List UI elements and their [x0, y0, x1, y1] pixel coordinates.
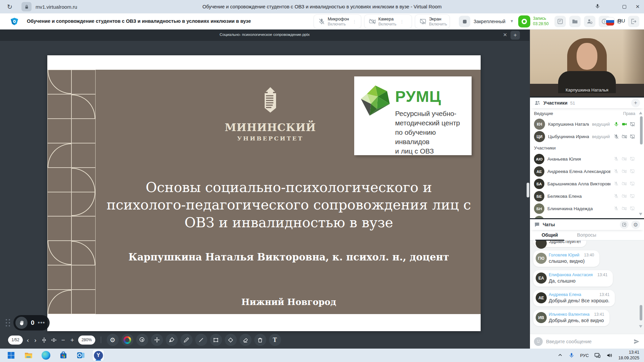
screen-off-icon[interactable]: [630, 193, 635, 199]
mic-off-icon[interactable]: [613, 206, 619, 212]
mic-toggle-button[interactable]: МикрофонВключить ⋮: [314, 14, 361, 28]
participants-scrollbar[interactable]: [640, 116, 643, 144]
screen-off-icon[interactable]: [630, 181, 635, 187]
prev-slide-button[interactable]: ‹: [25, 337, 30, 343]
message-input[interactable]: [546, 339, 630, 344]
camera-off-icon[interactable]: [622, 134, 627, 139]
chevron-down-icon[interactable]: ▼: [510, 19, 514, 23]
tab-questions[interactable]: Вопросы: [568, 230, 605, 240]
edge-icon[interactable]: [40, 350, 52, 361]
chat-export-button[interactable]: [620, 220, 629, 229]
chat-messages[interactable]: Здравствуйте! ГЮ Головлев Юрий13:40 слыш…: [530, 241, 644, 334]
notes-panel-button[interactable]: [554, 16, 566, 27]
participant-row[interactable]: БЕ Белякова Елена: [534, 190, 635, 202]
screen-off-icon[interactable]: [630, 206, 635, 212]
layout-mode-label[interactable]: Закрепленный: [474, 19, 505, 24]
speaker-video-tile[interactable]: Карпушкина Наталья: [530, 29, 644, 97]
layout-pin-icon[interactable]: [459, 16, 470, 27]
camera-off-icon[interactable]: [622, 193, 627, 199]
mic-off-icon[interactable]: [613, 134, 619, 139]
mic-menu-dots[interactable]: ⋮: [352, 21, 354, 22]
laser-pointer-button[interactable]: [136, 334, 148, 346]
clear-annotations-button[interactable]: [254, 334, 266, 346]
host-row[interactable]: КН Карпушкина Наталья ... ведущий: [534, 118, 635, 130]
fit-height-button[interactable]: [41, 337, 48, 344]
screen-off-icon[interactable]: [630, 121, 635, 127]
clock[interactable]: 13:41 18.09.2025: [618, 350, 639, 361]
pen-tool-button[interactable]: [180, 334, 193, 346]
participant-row[interactable]: АЮ Ананьева Юлия: [534, 153, 635, 165]
color-picker-button[interactable]: [121, 334, 133, 346]
volume-icon[interactable]: [606, 352, 613, 359]
screen-off-icon[interactable]: [630, 134, 635, 139]
tab-general[interactable]: Общий: [531, 230, 568, 240]
emoji-icon[interactable]: [534, 337, 543, 346]
tab-audio-icon[interactable]: [595, 3, 600, 10]
zoom-out-button[interactable]: −: [60, 337, 66, 343]
maximize-button[interactable]: [621, 4, 627, 10]
document-add-icon[interactable]: +: [511, 31, 520, 40]
yandex-browser-icon[interactable]: Y: [93, 350, 104, 361]
language-flag-icon[interactable]: [604, 16, 616, 27]
scroll-up-arrow[interactable]: [639, 112, 642, 114]
chat-scrollbar[interactable]: [640, 305, 642, 320]
pan-tool-button[interactable]: [151, 334, 163, 346]
files-button[interactable]: [569, 16, 581, 27]
send-message-icon[interactable]: [633, 338, 640, 345]
tool-settings-button[interactable]: ⚙: [107, 334, 119, 346]
user-settings-button[interactable]: [584, 16, 595, 27]
chat-settings-icon[interactable]: ⚙: [631, 220, 640, 229]
camera-off-icon[interactable]: [622, 181, 627, 187]
toolbar-drag-grip[interactable]: [5, 318, 11, 327]
file-explorer-icon[interactable]: [23, 350, 34, 361]
camera-menu-dots[interactable]: ⋮: [400, 21, 402, 22]
document-close-icon[interactable]: ✕: [503, 32, 507, 38]
screen-share-button[interactable]: ЭкранВключить: [415, 14, 450, 28]
participant-row[interactable]: БА Барышникова Алла Викторовна: [534, 178, 635, 190]
mic-on-icon[interactable]: [613, 121, 619, 127]
brush-tool-button[interactable]: [166, 334, 178, 346]
close-button[interactable]: ✕: [635, 4, 641, 10]
recording-indicator[interactable]: [518, 15, 530, 27]
screen-off-icon[interactable]: [630, 169, 635, 174]
camera-off-icon[interactable]: [622, 156, 627, 162]
tray-mic-icon[interactable]: [569, 352, 575, 358]
input-language-indicator[interactable]: РУС: [580, 353, 589, 358]
sidebar-resize-handle[interactable]: [527, 183, 529, 197]
next-slide-button[interactable]: ›: [33, 337, 38, 343]
fit-width-button[interactable]: [50, 337, 57, 344]
mic-off-icon[interactable]: [613, 181, 619, 187]
rights-column-label[interactable]: Права: [623, 111, 635, 116]
participant-row[interactable]: БЕ Борисова Елена Сергеевна: [534, 215, 635, 218]
participant-row[interactable]: БН Блиничкина Надежда: [534, 202, 635, 215]
add-participant-button[interactable]: +: [631, 99, 640, 107]
text-tool-button[interactable]: T: [269, 334, 281, 346]
camera-off-icon[interactable]: [622, 169, 627, 174]
raise-hand-icon[interactable]: [15, 317, 28, 329]
hand-more-dots[interactable]: •••: [38, 319, 45, 326]
rectangle-tool-button[interactable]: [210, 334, 222, 346]
outlook-icon[interactable]: [75, 350, 87, 361]
camera-toggle-button[interactable]: КамераВключить ⋮: [364, 14, 412, 28]
microsoft-store-icon[interactable]: [58, 350, 69, 361]
tray-expand-icon[interactable]: [557, 352, 563, 358]
network-icon[interactable]: [594, 352, 601, 359]
document-tab-title[interactable]: Социально- психологическое сопровождение…: [0, 33, 529, 37]
screen-off-icon[interactable]: [630, 156, 635, 162]
camera-on-icon[interactable]: [622, 121, 627, 127]
scroll-down-arrow[interactable]: [639, 213, 642, 216]
slide-page[interactable]: МИНИНСКИЙ УНИВЕРСИТЕТ: [47, 55, 481, 331]
line-tool-button[interactable]: [195, 334, 207, 346]
mic-off-icon[interactable]: [613, 156, 619, 162]
leave-room-button[interactable]: [628, 16, 639, 27]
mic-off-icon[interactable]: [613, 169, 619, 174]
mic-off-icon[interactable]: [613, 193, 619, 199]
eraser-tool-button[interactable]: [239, 334, 252, 346]
language-code[interactable]: RU: [618, 18, 625, 23]
chat-scroll-down-arrow[interactable]: [639, 325, 642, 328]
zoom-in-button[interactable]: +: [69, 337, 75, 343]
participant-row[interactable]: АЕ Андреева Елена Александровна: [534, 165, 635, 178]
start-button[interactable]: [5, 350, 17, 361]
host-row[interactable]: ЦИ Цыбуцинина Ирина Е... ведущий: [534, 130, 635, 143]
camera-off-icon[interactable]: [622, 206, 627, 212]
